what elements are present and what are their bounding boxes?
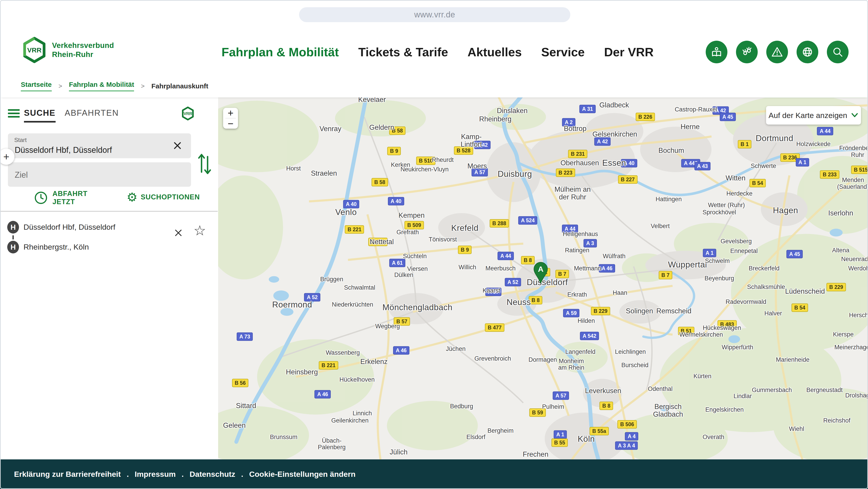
road-badge: A 2: [562, 118, 575, 127]
road-badge: B 483: [717, 320, 737, 329]
road-badge: A 40: [621, 159, 637, 167]
show-on-map-label: Auf der Karte anzeigen: [769, 111, 847, 120]
road-badge: B 54: [792, 304, 808, 312]
breadcrumb-item[interactable]: Fahrplan & Mobilität: [69, 81, 134, 92]
traffic-warning-icon-button[interactable]: [766, 41, 788, 63]
sign-language-icon: [740, 45, 753, 59]
favorite-star-icon[interactable]: ☆: [193, 223, 206, 238]
browser-top-strip: www.vrr.de: [0, 0, 868, 29]
road-badge: A 73: [237, 333, 253, 341]
clear-start-icon[interactable]: [173, 141, 182, 151]
breadcrumb-item[interactable]: Startseite: [21, 81, 52, 92]
site-header: VRR Verkehrsverbund Rhein-Ruhr Fahrplan …: [0, 29, 868, 74]
road-badge: A 57: [485, 287, 502, 296]
road-badge: B 510: [416, 157, 435, 165]
road-badge: B 57: [394, 317, 410, 326]
gear-icon: ⚙: [127, 191, 137, 203]
road-badge: A 45: [786, 250, 803, 258]
breadcrumb-item: Fahrplanauskunft: [151, 82, 209, 90]
traffic-warning-icon: [771, 45, 784, 59]
road-badge: A 44: [817, 127, 833, 135]
road-badge: B 506: [618, 420, 637, 428]
stop-icon: H: [7, 221, 19, 234]
footer-link[interactable]: Impressum: [135, 470, 176, 479]
zoom-out-button[interactable]: −: [223, 119, 238, 129]
road-badge: A 1: [703, 249, 716, 257]
svg-text:VRR: VRR: [27, 47, 41, 54]
footer: Erklärung zur Barrierefreiheit.Impressum…: [0, 459, 868, 489]
breadcrumb: Startseite>Fahrplan & Mobilität>Fahrplan…: [0, 74, 868, 97]
road-badge: B 1: [738, 140, 751, 148]
language-globe-icon-button[interactable]: [797, 41, 818, 63]
road-badge: A 42: [474, 141, 491, 149]
easy-language-icon-button[interactable]: [706, 41, 727, 63]
road-badge: B 55: [551, 438, 568, 447]
nav-item[interactable]: Aktuelles: [467, 45, 522, 59]
road-badge: B 221: [345, 225, 364, 234]
road-badge: B 9: [458, 246, 471, 254]
road-badge: A 45: [720, 113, 736, 121]
vrr-logo[interactable]: VRR Verkehrsverbund Rhein-Ruhr: [23, 37, 114, 63]
address-bar[interactable]: www.vrr.de: [299, 7, 570, 22]
tab-suche[interactable]: SUCHE: [24, 108, 56, 123]
footer-separator: .: [241, 470, 243, 479]
start-field-label: Start: [14, 136, 27, 144]
road-badge: A 1: [554, 430, 567, 438]
easy-language-icon: [710, 45, 723, 59]
nav-item[interactable]: Tickets & Tarife: [358, 45, 448, 59]
departure-time-label: ABFAHRT JETZT: [53, 190, 88, 206]
menu-icon[interactable]: [8, 109, 20, 118]
road-badge: A 44: [562, 225, 578, 233]
search-icon-button[interactable]: [827, 41, 848, 63]
footer-link[interactable]: Cookie-Einstellungen ändern: [249, 470, 355, 479]
road-badge: A 524: [518, 216, 537, 225]
road-badge: B 227: [618, 176, 638, 184]
trip-connector: [12, 235, 14, 239]
main-nav: Fahrplan & MobilitätTickets & TarifeAktu…: [221, 29, 654, 74]
nav-item[interactable]: Fahrplan & Mobilität: [221, 45, 339, 59]
road-badge: A 57: [553, 392, 569, 400]
map-canvas[interactable]: B 58B 9B 510B 528A 42A 57B 58A 31A 2B 22…: [218, 97, 867, 459]
road-badge: A 31: [579, 105, 596, 113]
start-field[interactable]: Start: [8, 133, 191, 158]
footer-separator: .: [127, 470, 129, 479]
road-badge: A 46: [599, 264, 615, 272]
ziel-field[interactable]: [8, 162, 191, 187]
saved-trip-item[interactable]: H H Düsseldorf Hbf, Düsseldorf Rheinberg…: [0, 217, 218, 255]
ziel-input[interactable]: [14, 170, 160, 180]
start-location-marker[interactable]: A: [532, 262, 549, 285]
swap-direction-icon[interactable]: [197, 151, 212, 175]
road-badge: A 40: [343, 200, 360, 209]
road-badge: B 229: [591, 307, 610, 315]
road-badge: B 51: [678, 327, 694, 335]
road-badge: B 58: [389, 127, 405, 135]
vrr-hexagon-icon: VRR: [23, 37, 46, 63]
departure-time-button[interactable]: ABFAHRT JETZT: [33, 190, 88, 206]
footer-link[interactable]: Erklärung zur Barrierefreiheit: [14, 470, 121, 479]
breadcrumb-separator: >: [59, 83, 62, 90]
road-badge: A 3 A 4: [615, 441, 638, 450]
road-badge: B 233: [820, 171, 839, 179]
start-input[interactable]: [14, 145, 160, 155]
road-badge: B 509: [405, 221, 424, 230]
road-badge: A 542: [580, 332, 599, 340]
road-badge: B 288: [490, 219, 509, 228]
saved-trip-from: Düsseldorf Hbf, Düsseldorf: [24, 223, 115, 232]
road-badge: A 1: [796, 158, 809, 166]
nav-item[interactable]: Der VRR: [604, 45, 653, 59]
vrr-mini-icon: VRR: [182, 106, 194, 121]
header-action-icons: [706, 29, 848, 74]
remove-trip-icon[interactable]: [174, 228, 183, 238]
clock-icon: [33, 190, 49, 206]
zoom-in-button[interactable]: +: [223, 108, 238, 118]
footer-link[interactable]: Datenschutz: [190, 470, 235, 479]
show-on-map-dropdown[interactable]: Auf der Karte anzeigen: [766, 106, 861, 125]
search-icon: [831, 45, 844, 59]
sign-language-icon-button[interactable]: [736, 41, 758, 63]
tab-abfahrten[interactable]: ABFAHRTEN: [65, 108, 119, 118]
nav-item[interactable]: Service: [541, 45, 585, 59]
road-badge: A 57: [472, 168, 488, 177]
road-badge: B 221: [319, 361, 338, 369]
search-options-button[interactable]: ⚙ SUCHOPTIONEN: [127, 191, 200, 203]
road-badge: A 4: [625, 432, 638, 440]
